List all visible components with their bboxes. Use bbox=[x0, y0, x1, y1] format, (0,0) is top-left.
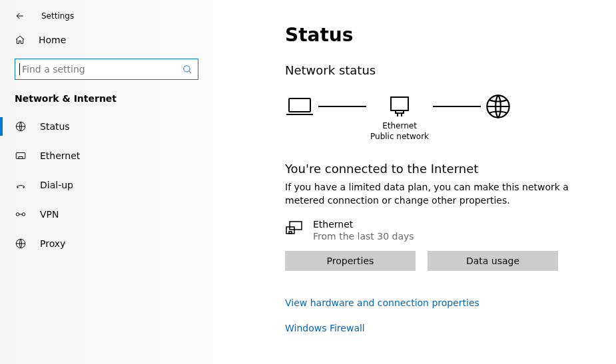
search-icon bbox=[182, 64, 192, 75]
connected-description: If you have a limited data plan, you can… bbox=[285, 181, 571, 207]
window-title: Settings bbox=[41, 11, 74, 21]
section-title: Network & Internet bbox=[0, 89, 213, 112]
svg-rect-2 bbox=[16, 153, 25, 159]
link-hardware-properties[interactable]: View hardware and connection properties bbox=[285, 297, 616, 308]
page-title: Status bbox=[285, 24, 616, 46]
settings-sidebar: Settings Home Network & Internet Status … bbox=[0, 0, 213, 364]
sidebar-item-label: VPN bbox=[40, 209, 59, 220]
sidebar-item-status[interactable]: Status bbox=[0, 112, 213, 141]
search-input-container[interactable] bbox=[15, 59, 198, 80]
adapter-description: From the last 30 days bbox=[313, 231, 414, 242]
dialup-icon bbox=[15, 179, 27, 191]
sidebar-item-label: Proxy bbox=[40, 238, 65, 249]
proxy-globe-icon bbox=[15, 238, 27, 250]
home-label: Home bbox=[39, 35, 66, 45]
svg-point-4 bbox=[17, 187, 19, 188]
connected-heading: You're connected to the Internet bbox=[285, 162, 616, 176]
arrow-left-icon bbox=[15, 11, 25, 21]
diagram-connector bbox=[314, 93, 370, 120]
adapter-row: Ethernet From the last 30 days bbox=[285, 219, 616, 242]
svg-rect-10 bbox=[391, 97, 408, 110]
data-usage-button[interactable]: Data usage bbox=[428, 251, 558, 271]
sidebar-item-proxy[interactable]: Proxy bbox=[0, 229, 213, 258]
sidebar-item-label: Status bbox=[40, 121, 70, 132]
svg-rect-13 bbox=[286, 227, 294, 234]
sidebar-item-label: Ethernet bbox=[40, 150, 80, 161]
network-status-heading: Network status bbox=[285, 63, 616, 77]
laptop-icon bbox=[285, 96, 314, 117]
main-content: Status Network status Ethernet Public ne… bbox=[213, 0, 616, 364]
network-diagram: Ethernet Public network bbox=[285, 93, 616, 142]
properties-button[interactable]: Properties bbox=[285, 251, 416, 271]
ethernet-icon bbox=[15, 150, 27, 162]
diagram-adapter-name: Ethernet bbox=[382, 121, 417, 130]
text-caret bbox=[19, 63, 20, 75]
svg-rect-12 bbox=[290, 222, 302, 230]
home-icon bbox=[15, 35, 25, 45]
svg-point-0 bbox=[184, 66, 190, 72]
vpn-icon bbox=[15, 208, 27, 220]
svg-rect-3 bbox=[19, 157, 23, 159]
svg-rect-9 bbox=[289, 98, 310, 112]
globe-large-icon bbox=[485, 93, 511, 120]
globe-icon bbox=[15, 120, 27, 132]
sidebar-item-label: Dial-up bbox=[40, 180, 73, 190]
svg-point-5 bbox=[23, 187, 25, 188]
diagram-computer bbox=[285, 93, 314, 120]
diagram-connector bbox=[429, 93, 485, 120]
svg-point-7 bbox=[22, 213, 25, 216]
svg-point-6 bbox=[16, 213, 19, 216]
svg-rect-14 bbox=[289, 232, 292, 234]
diagram-network-type: Public network bbox=[370, 132, 429, 141]
back-button[interactable] bbox=[15, 11, 25, 21]
sidebar-item-vpn[interactable]: VPN bbox=[0, 200, 213, 229]
adapter-name: Ethernet bbox=[313, 219, 414, 230]
adapter-icon bbox=[285, 220, 304, 236]
ethernet-port-icon bbox=[389, 95, 410, 118]
diagram-internet bbox=[485, 93, 511, 120]
diagram-adapter: Ethernet Public network bbox=[370, 93, 429, 142]
home-nav[interactable]: Home bbox=[0, 28, 213, 52]
sidebar-item-ethernet[interactable]: Ethernet bbox=[0, 141, 213, 170]
sidebar-item-dialup[interactable]: Dial-up bbox=[0, 170, 213, 200]
search-input[interactable] bbox=[21, 64, 182, 75]
link-windows-firewall[interactable]: Windows Firewall bbox=[285, 323, 616, 333]
